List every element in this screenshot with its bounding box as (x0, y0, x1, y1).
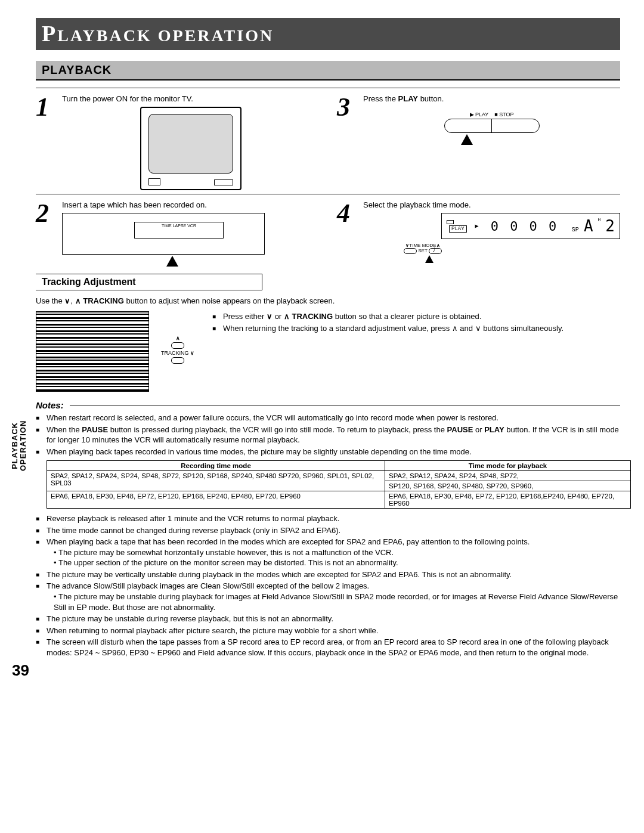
chapter-title-rest: LAYBACK OPERATION (57, 26, 274, 45)
lcd-sp: SP (572, 227, 579, 233)
step-3-text: Press the PLAY button. (363, 94, 444, 103)
note-3: When playing back tapes recorded in vari… (36, 447, 620, 457)
vcr-slot-label: TIME LAPSE VCR (134, 222, 224, 239)
table-cell: SPA2, SPA12, SPA24, SP24, SP48, SP72, (385, 471, 631, 481)
table-cell: SPA2, SPA12, SPA24, SP24, SP48, SP72, SP… (47, 471, 385, 491)
noise-screen-illustration (36, 311, 149, 392)
table-cell: EPA6, EPA18, EP30, EP48, EP72, EP120, EP… (385, 491, 631, 509)
monitor-illustration (140, 107, 242, 190)
arrow-up-icon (166, 256, 178, 267)
page-number: 39 (12, 661, 620, 680)
chapter-title-initial: P (42, 21, 57, 46)
section-title-bar: PLAYBACK (36, 61, 620, 80)
step-number-2: 2 (36, 200, 57, 227)
tracking-buttons-illustration: ∧ TRACKING ∨ (161, 311, 194, 392)
note-4: Reverse playback is released after 1 min… (36, 513, 620, 524)
lcd-display: PLAY ▶ 0 0 0 0 SP A H 2 (441, 213, 620, 239)
note-10: When returning to normal playback after … (36, 625, 620, 636)
lcd-play-indicator: PLAY (449, 225, 467, 233)
arrow-up-icon (425, 255, 434, 263)
step-4-text: Select the playback time mode. (363, 200, 471, 209)
table-header-playback: Time mode for playback (385, 461, 631, 471)
tracking-intro: Use the ∨, ∧ TRACKING button to adjust w… (36, 296, 620, 305)
note-2: When the PAUSE button is pressed during … (36, 425, 620, 445)
note-7: The picture may be vertically unstable d… (36, 569, 620, 580)
note-6b: The upper section of the picture on the … (54, 558, 620, 568)
chapter-title-bar: PLAYBACK OPERATION (36, 18, 620, 50)
tracking-bullet-1: Press either ∨ or ∧ TRACKING button so t… (212, 311, 620, 322)
lcd-a: A (584, 217, 593, 235)
table-cell: SP120, SP168, SP240, SP480, SP720, SP960… (385, 481, 631, 491)
note-11: The screen will disturb when the tape pa… (36, 637, 620, 658)
step-number-3: 3 (337, 94, 358, 120)
tracking-bullet-2: When returning the tracking to a standar… (212, 323, 620, 334)
lcd-h: H (598, 217, 601, 222)
step-2-text: Insert a tape which has been recorded on… (62, 200, 207, 209)
notes-header: Notes: (36, 400, 620, 410)
note-1: When restart record is selected, and a p… (36, 413, 620, 423)
vcr-illustration: TIME LAPSE VCR (62, 213, 265, 255)
set-label: SET (418, 248, 427, 253)
play-label: ▶ PLAY (470, 112, 489, 117)
lcd-counter: 0 0 0 0 (491, 219, 559, 234)
tracking-btn-label: TRACKING (161, 350, 189, 356)
table-header-recording: Recording time mode (47, 461, 385, 471)
tracking-header: Tracking Adjustment (36, 274, 262, 290)
side-tab: PLAYBACKOPERATION (11, 420, 28, 471)
section-title: PLAYBACK (42, 63, 112, 76)
note-6: When playing back a tape that has been r… (36, 537, 620, 568)
timemode-label: TIME MODE (409, 243, 436, 248)
play-stop-illustration: ▶ PLAY ■ STOP (444, 112, 540, 145)
time-mode-table: Recording time mode Time mode for playba… (47, 460, 631, 509)
timemode-control: ∨TIME MODE∧ SET ⤴ (399, 243, 447, 263)
step-number-4: 4 (337, 200, 358, 227)
stop-label: ■ STOP (494, 112, 513, 117)
arrow-up-icon (461, 134, 473, 145)
note-8a: The picture may be unstable during playb… (54, 592, 620, 612)
lcd-2: 2 (605, 217, 615, 235)
step-1-text: Turn the power ON for the monitor TV. (62, 94, 193, 103)
note-8: The advance Slow/Still playback images a… (36, 581, 620, 612)
step-number-1: 1 (36, 94, 57, 120)
note-6a: The picture may be somewhat horizontally… (54, 547, 620, 558)
note-9: The picture may be unstable during rever… (36, 614, 620, 624)
table-cell: EPA6, EPA18, EP30, EP48, EP72, EP120, EP… (47, 491, 385, 509)
note-5: The time mode cannot be changed during r… (36, 525, 620, 536)
